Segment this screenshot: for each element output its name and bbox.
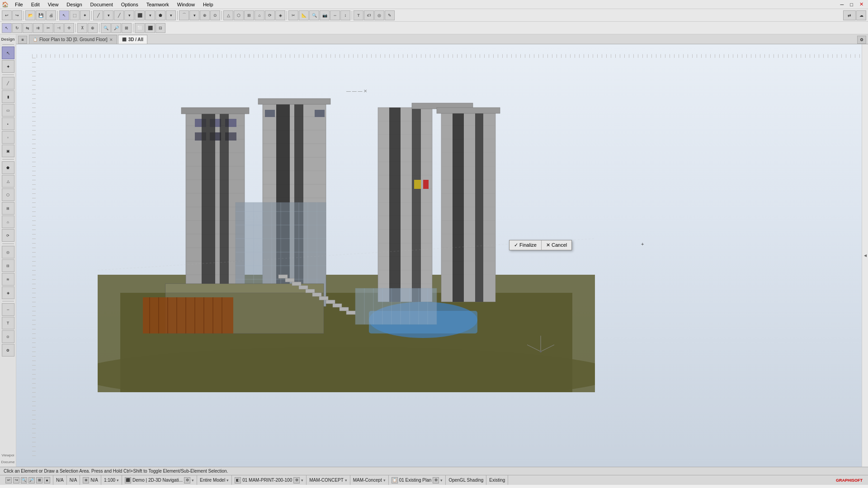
- tb-marquee[interactable]: ⬚: [70, 10, 80, 20]
- sb-fit-btn[interactable]: ⊠: [36, 477, 42, 483]
- menu-file[interactable]: File: [11, 1, 27, 8]
- wall-tool[interactable]: ╱: [2, 77, 14, 89]
- maximize-button[interactable]: □: [847, 2, 856, 7]
- close-button[interactable]: ✕: [857, 1, 866, 7]
- sb-model-arrow[interactable]: ▾: [226, 478, 229, 483]
- label-tool[interactable]: ⊙: [2, 330, 14, 343]
- beam-tool[interactable]: ▭: [2, 104, 14, 117]
- tb2-fit[interactable]: ⊠: [122, 23, 132, 33]
- tb2-intersect[interactable]: ✛: [64, 23, 74, 33]
- menu-edit[interactable]: Edit: [28, 1, 43, 8]
- viewport[interactable]: — — — ✕: [16, 44, 868, 467]
- sb-concept2-arrow[interactable]: ▾: [383, 478, 386, 483]
- tb2-zoom-in[interactable]: 🔍: [101, 23, 111, 33]
- tb-shell[interactable]: ⬡: [234, 10, 244, 20]
- tb-arc[interactable]: ⌒: [179, 10, 189, 20]
- tab-list-btn[interactable]: ≡: [18, 36, 27, 44]
- tb-open[interactable]: 📂: [25, 10, 35, 20]
- menu-options[interactable]: Options: [118, 1, 142, 8]
- menu-view[interactable]: View: [44, 1, 62, 8]
- tb2-mirror[interactable]: ⇋: [23, 23, 33, 33]
- sb-view-icon[interactable]: ⬛: [125, 477, 131, 483]
- mesh-tool[interactable]: ≋: [2, 273, 14, 286]
- sb-plan-icon[interactable]: 📋: [392, 477, 398, 483]
- tb-line[interactable]: ╱: [114, 10, 124, 20]
- sb-plan-settings[interactable]: ⚙: [433, 477, 439, 483]
- tb2-trim[interactable]: ✂: [43, 23, 53, 33]
- sb-story-up[interactable]: ▲: [44, 477, 50, 483]
- menu-design[interactable]: Design: [63, 1, 85, 8]
- camera-tool[interactable]: ✿: [2, 344, 14, 357]
- tb-print[interactable]: 🖨: [46, 10, 56, 20]
- menu-window[interactable]: Window: [174, 1, 198, 8]
- right-collapse-panel[interactable]: ◀: [862, 44, 868, 467]
- tb-text[interactable]: T: [354, 10, 363, 20]
- tb-cloud[interactable]: ☁: [856, 10, 866, 20]
- door-tool[interactable]: ▫: [2, 131, 14, 144]
- tb2-zoom-out[interactable]: 🔎: [111, 23, 121, 33]
- sb-undo-btn[interactable]: ↩: [5, 477, 12, 483]
- tb-snap2[interactable]: ⊙: [210, 10, 220, 20]
- tb2-split[interactable]: ⊣: [54, 23, 64, 33]
- magic-wand-tool[interactable]: ✦: [2, 60, 14, 73]
- slab-tool[interactable]: ⬟: [2, 161, 14, 174]
- tb-mark[interactable]: ✎: [385, 10, 395, 20]
- tb-snap[interactable]: ⊕: [200, 10, 210, 20]
- tb-undo[interactable]: ↩: [2, 10, 12, 20]
- sb-zoom-in-btn[interactable]: 🔍: [21, 477, 27, 483]
- finalize-button[interactable]: ✓ Finalize: [509, 240, 542, 250]
- sb-zoom-out-btn[interactable]: 🔎: [28, 477, 35, 483]
- minimize-button[interactable]: ─: [838, 2, 847, 7]
- sb-plan-arrow[interactable]: ▾: [440, 478, 443, 483]
- tb-teamwork[interactable]: ⇄: [843, 10, 856, 20]
- cancel-button[interactable]: ✕ Cancel: [542, 240, 571, 250]
- column-tool[interactable]: ▮: [2, 90, 14, 103]
- tab-floor-plan[interactable]: 📋 Floor Plan to 3D [0. Ground Floor] ✕: [29, 35, 117, 44]
- tb-line-dropdown[interactable]: ▾: [124, 10, 134, 20]
- tb-wall[interactable]: ╱: [93, 10, 103, 20]
- roof-tool[interactable]: △: [2, 175, 14, 188]
- tb-wall-dropdown[interactable]: ▾: [104, 10, 113, 20]
- sb-scale-arrow[interactable]: ▾: [117, 478, 119, 483]
- tb-fill-dropdown[interactable]: ▾: [145, 10, 155, 20]
- morph-tool[interactable]: ◈: [2, 286, 14, 299]
- select-tool[interactable]: ↖: [2, 47, 14, 59]
- panel-collapse[interactable]: Viewpoi: [1, 452, 15, 458]
- menu-help[interactable]: Help: [199, 1, 217, 8]
- stair-tool[interactable]: ⌂: [2, 216, 14, 228]
- menu-teamwork[interactable]: Teamwork: [143, 1, 173, 8]
- sb-layer-arrow[interactable]: ▾: [301, 478, 303, 483]
- railing-tool[interactable]: ⟳: [2, 229, 14, 242]
- tab-floor-plan-close[interactable]: ✕: [109, 38, 113, 42]
- tb-save[interactable]: 💾: [36, 10, 46, 20]
- tb-label[interactable]: 🏷: [364, 10, 374, 20]
- tb-poly-dropdown[interactable]: ▾: [166, 10, 176, 20]
- text-tool[interactable]: T: [2, 317, 14, 329]
- tb-poly[interactable]: ⬟: [156, 10, 165, 20]
- tb-section[interactable]: ✂: [288, 10, 298, 20]
- tb2-floorplan[interactable]: ⬜: [135, 23, 145, 33]
- zone-tool[interactable]: ◎: [2, 246, 14, 258]
- sb-layer-icon[interactable]: ◧: [235, 477, 241, 483]
- sb-layer-settings[interactable]: ⚙: [293, 477, 300, 483]
- tb2-offset[interactable]: ⇉: [33, 23, 43, 33]
- menu-document[interactable]: Document: [87, 1, 117, 8]
- tb-roof[interactable]: △: [223, 10, 233, 20]
- tb2-section[interactable]: ⊟: [156, 23, 165, 33]
- tb-detail[interactable]: 🔍: [309, 10, 319, 20]
- fill-tool[interactable]: ⊟: [2, 259, 14, 272]
- curtainwall-tool[interactable]: ⊞: [2, 202, 14, 215]
- tb-dimension[interactable]: ↔: [330, 10, 340, 20]
- sb-redo-btn[interactable]: ↪: [13, 477, 19, 483]
- tb-arrow[interactable]: ↖: [59, 10, 69, 20]
- tb-camera[interactable]: 📷: [320, 10, 330, 20]
- tb-dim2[interactable]: ↕: [340, 10, 350, 20]
- tb-curtain[interactable]: ⊞: [244, 10, 254, 20]
- tb-morph[interactable]: ◈: [275, 10, 285, 20]
- tb2-rotate[interactable]: ↻: [12, 23, 22, 33]
- shell-tool[interactable]: ⬡: [2, 188, 14, 201]
- tb-arc-dropdown[interactable]: ▾: [189, 10, 199, 20]
- tb-stair[interactable]: ⌂: [255, 10, 264, 20]
- tb2-3d[interactable]: ⬛: [145, 23, 155, 33]
- sb-coord-btn[interactable]: ⊕: [83, 477, 89, 483]
